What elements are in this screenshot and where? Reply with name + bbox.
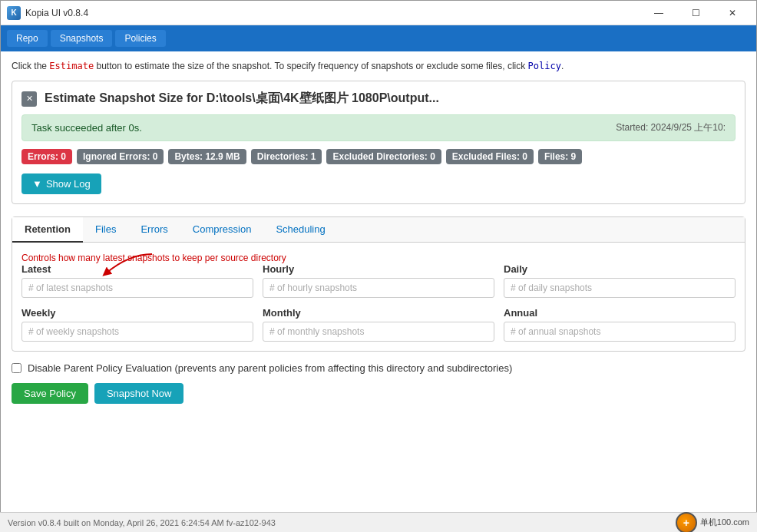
info-text: Click the Estimate button to estimate th… (12, 59, 745, 73)
estimate-header: ✕ Estimate Snapshot Size for D:\tools\桌面… (21, 91, 736, 107)
show-log-button[interactable]: ▼ Show Log (21, 173, 101, 194)
watermark: + 单机100.com (676, 512, 749, 533)
retention-grid: Latest Hourly Daily Weekly Monthly (21, 263, 736, 342)
titlebar: K Kopia UI v0.8.4 — ☐ ✕ (1, 1, 756, 25)
minimize-button[interactable]: — (641, 1, 676, 25)
hourly-field: Hourly (263, 263, 494, 298)
daily-input[interactable] (504, 278, 736, 298)
annual-label: Annual (504, 307, 736, 319)
version-text: Version v0.8.4 built on Monday, April 26… (8, 518, 276, 527)
app-title: Kopia UI v0.8.4 (25, 8, 641, 18)
info-suffix: . (561, 61, 564, 71)
show-log-label: Show Log (46, 178, 91, 190)
task-started-time: Started: 2024/9/25 上午10: (616, 121, 726, 134)
info-prefix: Click the (12, 61, 49, 71)
estimate-close-button[interactable]: ✕ (21, 91, 37, 107)
daily-label: Daily (504, 263, 736, 275)
ignored-errors-badge: Ignored Errors: 0 (77, 149, 164, 164)
tab-files[interactable]: Files (83, 217, 128, 243)
directories-badge: Directories: 1 (251, 149, 322, 164)
disable-policy-row: Disable Parent Policy Evaluation (preven… (12, 362, 745, 374)
latest-label: Latest (21, 263, 253, 275)
policy-keyword: Policy (528, 61, 561, 71)
watermark-plus-icon: + (683, 517, 689, 529)
hourly-input[interactable] (263, 278, 494, 298)
repo-button[interactable]: Repo (7, 30, 48, 47)
tabs-content: Controls how many latest snapshots to ke… (12, 243, 745, 351)
disable-policy-checkbox[interactable] (12, 363, 21, 373)
snapshot-now-button[interactable]: Snapshot Now (94, 383, 184, 404)
task-success-message: Task succeeded after 0s. (31, 122, 616, 134)
retention-description: Controls how many latest snapshots to ke… (21, 253, 286, 263)
tab-scheduling[interactable]: Scheduling (263, 217, 337, 243)
info-middle: button to estimate the size of the snaps… (94, 61, 527, 71)
monthly-label: Monthly (263, 307, 494, 319)
hourly-label: Hourly (263, 263, 494, 275)
annual-field: Annual (504, 307, 736, 342)
daily-field: Daily (504, 263, 736, 298)
policies-button[interactable]: Policies (115, 30, 165, 47)
watermark-text: 单机100.com (700, 517, 749, 528)
disable-policy-label: Disable Parent Policy Evaluation (preven… (28, 362, 512, 374)
weekly-field: Weekly (21, 307, 253, 342)
maximize-button[interactable]: ☐ (678, 1, 713, 25)
close-button[interactable]: ✕ (715, 1, 750, 25)
latest-input[interactable] (21, 278, 253, 298)
monthly-input[interactable] (263, 322, 494, 342)
tabs-header: Retention Files Errors Compression Sched… (12, 217, 745, 243)
retention-description-container: Controls how many latest snapshots to ke… (21, 252, 736, 263)
statusbar-right: + 单机100.com (676, 512, 749, 533)
errors-badge: Errors: 0 (21, 149, 72, 164)
app-icon: K (7, 6, 21, 20)
toolbar: Repo Snapshots Policies (1, 25, 756, 51)
excluded-files-badge: Excluded Files: 0 (446, 149, 534, 164)
estimate-panel: ✕ Estimate Snapshot Size for D:\tools\桌面… (12, 81, 745, 204)
task-result-row: Task succeeded after 0s. Started: 2024/9… (21, 114, 736, 141)
latest-field: Latest (21, 263, 253, 298)
excluded-dirs-badge: Excluded Directories: 0 (326, 149, 441, 164)
estimate-keyword: Estimate (49, 61, 94, 71)
stats-badges: Errors: 0 Ignored Errors: 0 Bytes: 12.9 … (21, 149, 736, 164)
statusbar: Version v0.8.4 built on Monday, April 26… (0, 512, 757, 532)
snapshots-button[interactable]: Snapshots (51, 30, 113, 47)
tab-retention[interactable]: Retention (12, 217, 83, 243)
estimate-title: Estimate Snapshot Size for D:\tools\桌面\4… (45, 91, 439, 107)
tab-compression[interactable]: Compression (180, 217, 264, 243)
window-controls: — ☐ ✕ (641, 1, 750, 25)
save-policy-button[interactable]: Save Policy (12, 383, 88, 404)
annual-input[interactable] (504, 322, 736, 342)
bytes-badge: Bytes: 12.9 MB (168, 149, 246, 164)
watermark-circle: + (676, 512, 697, 533)
files-badge: Files: 9 (538, 149, 582, 164)
weekly-input[interactable] (21, 322, 253, 342)
main-content: Click the Estimate button to estimate th… (1, 51, 756, 513)
tab-errors[interactable]: Errors (128, 217, 180, 243)
monthly-field: Monthly (263, 307, 494, 342)
policy-tabs: Retention Files Errors Compression Sched… (12, 216, 745, 352)
weekly-label: Weekly (21, 307, 253, 319)
action-buttons: Save Policy Snapshot Now (12, 383, 745, 404)
show-log-icon: ▼ (32, 178, 42, 190)
